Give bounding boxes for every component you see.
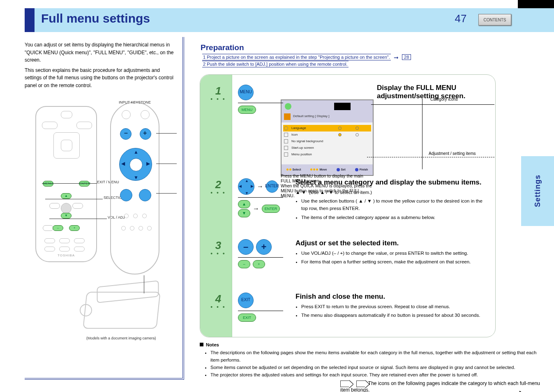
remote-up-key: ▲ [61, 193, 72, 199]
remote-down-glyph: ▼ [238, 209, 250, 217]
panel-exit-glyph: EXIT [238, 293, 254, 308]
prep-step-2: 2 Push the slide switch to [ADJ.] positi… [202, 61, 349, 67]
panel-led [130, 226, 134, 231]
note-item: The projector stores the adjusted values… [210, 371, 541, 379]
panel-led [142, 214, 147, 218]
remote-brand: TOSHIBA [36, 254, 96, 257]
preparation-title: Preparation [201, 43, 541, 52]
osd-row: Language [283, 125, 371, 131]
remote-center-key [61, 203, 72, 214]
remote-left-key [49, 203, 60, 209]
panel-caption-top: INPUT KEYSTONE [111, 100, 159, 104]
note-item: Some items cannot be adjusted or set dep… [210, 364, 541, 371]
remote-generic-key [42, 122, 58, 129]
notes-block: Notes The descriptions on the following … [200, 341, 541, 379]
remote-outline: MENU ENTER ▲ ▼ – + TOSHIBA [35, 106, 97, 262]
remote-down-key: ▼ [61, 213, 72, 219]
step-number: 3• • • [210, 239, 226, 261]
step-3: 3• • • – + – + Adjust or set the selecte… [238, 239, 489, 288]
osd-item-list: Language Icon No signal background Start… [283, 125, 371, 158]
remote-exit-key [43, 225, 53, 231]
header-blue-tab [25, 8, 35, 32]
osd-row: Icon [283, 131, 371, 138]
panel-dpad-glyph: ▲▼◀▶ [238, 178, 254, 195]
procedure-panel: Default setting [ Display ] Language Ico… [200, 74, 496, 337]
panel-led [147, 226, 152, 231]
remote-menu-glyph: MENU [238, 106, 256, 114]
step2-controls: ▲▼◀▶ → ENTER ▲ ▼ → ENTER [238, 178, 283, 217]
step1-body: Display the FULL MENU adjustment/setting… [377, 84, 489, 100]
projector-lens [80, 304, 92, 316]
step-number: 1• • • [210, 85, 226, 107]
remote-generic-key [74, 238, 85, 243]
step4-controls: EXIT EXIT [238, 293, 283, 322]
intro-paragraph-1: You can adjust or set items by displayin… [25, 41, 177, 64]
notes-head: Notes [200, 341, 541, 349]
projector-body [83, 292, 160, 329]
preparation-steps: 1 Project a picture on the screen as exp… [201, 54, 541, 67]
contents-button[interactable]: CONTENTS [478, 14, 511, 25]
lead-line [156, 193, 177, 194]
remote-plus-key: + [69, 225, 80, 231]
panel-dpad: ▲▼ ◀▶ [119, 148, 152, 181]
panel-exit-button [120, 189, 132, 201]
panel-led [138, 226, 143, 231]
lead-line [45, 199, 103, 199]
panel-plus-glyph: + [256, 239, 272, 255]
panel-vol-plus [140, 128, 151, 140]
left-column: You can adjust or set items by displayin… [25, 37, 184, 380]
diagram-line [422, 157, 422, 169]
diagram-dash [367, 157, 494, 157]
panel-led [133, 214, 138, 218]
panel-dot [141, 110, 150, 119]
remote-minus-glyph: – [238, 260, 250, 268]
remote-exit-glyph: EXIT [238, 314, 256, 322]
step-number: 4• • • [210, 293, 226, 315]
remote-enter-key: ENTER [79, 181, 90, 187]
osd-row: Menu position [283, 151, 371, 158]
remote-generic-key [61, 111, 72, 118]
diagram-label-items: Adjustment / setting items [429, 151, 476, 156]
panel-menu-glyph: MENU [238, 85, 254, 100]
note-item: The descriptions on the following pages … [210, 349, 541, 364]
osd-row: No signal background [283, 138, 371, 145]
step1-subtext: Press the MENU button to display the mai… [281, 173, 374, 198]
left-figures: MENU ENTER ▲ ▼ – + TOSHIBA EXIT / MENU S… [25, 98, 177, 353]
step-4: 4• • • EXIT EXIT Finish and close the me… [238, 293, 489, 334]
panel-menu-button [139, 189, 151, 201]
step4-body: Finish and close the menu. Press EXIT to… [295, 293, 489, 321]
remote-generic-key [59, 247, 70, 251]
arrow-icon: → [257, 183, 263, 190]
square-bullet-icon [200, 343, 203, 346]
remote-joystick-center [61, 140, 72, 151]
projector-lead [144, 275, 144, 293]
osd-row: Start-up screen [283, 145, 371, 151]
panel-led [124, 214, 129, 218]
lead-line [49, 219, 107, 219]
remote-generic-key [44, 238, 55, 243]
step4-text: Press EXIT to return to the previous scr… [295, 303, 489, 320]
panel-dpad-center [129, 158, 143, 171]
panel-led [121, 226, 126, 231]
panel-vol-minus [120, 128, 132, 140]
panel-minus-glyph: – [238, 239, 254, 255]
lead-line [42, 183, 97, 184]
step-number: 2• • • [210, 178, 226, 201]
hint-buttons-line: The icons on the following pages indicat… [340, 380, 541, 392]
step3-body: Adjust or set the selected item. Use VOL… [295, 239, 489, 268]
page-title: Full menu settings [41, 12, 150, 25]
projector-illustration [82, 275, 164, 333]
arrow-icon: → [253, 205, 259, 212]
remote-right-key [72, 203, 83, 209]
step3-title: Adjust or set the selected item. [295, 239, 489, 247]
control-panel-outline: INPUT KEYSTONE ▲▼ ◀▶ [110, 102, 159, 274]
hint-box-icon [340, 380, 349, 387]
lead-line [156, 133, 177, 134]
panel-dot [122, 110, 131, 119]
remote-generic-key [59, 238, 70, 243]
right-column: Preparation 1 Project a picture on the s… [192, 37, 541, 391]
step1-controls: MENU MENU [238, 85, 283, 114]
panel-enter-glyph: ENTER [266, 180, 278, 193]
remote-generic-key [76, 122, 92, 129]
page-number: 47 [450, 10, 472, 27]
